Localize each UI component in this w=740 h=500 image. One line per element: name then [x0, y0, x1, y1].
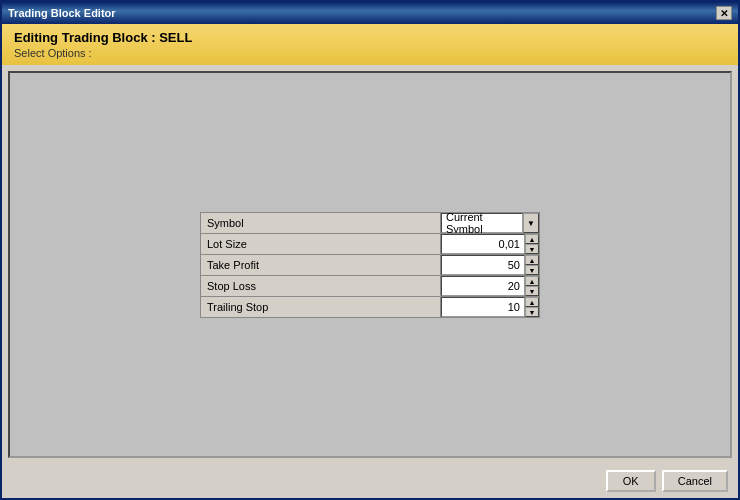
footer: OK Cancel — [2, 464, 738, 498]
form-label-1: Lot Size — [201, 234, 441, 254]
form-value-1: 0,01▲▼ — [441, 234, 539, 254]
form-row-0: SymbolCurrent Symbol▼ — [200, 212, 540, 234]
spinner-value-1[interactable]: 0,01 — [441, 234, 525, 254]
spinner-1: 0,01▲▼ — [441, 234, 539, 254]
form-value-0: Current Symbol▼ — [441, 213, 539, 233]
form-label-4: Trailing Stop — [201, 297, 441, 317]
spinner-buttons-2: ▲▼ — [525, 255, 539, 275]
form-row-1: Lot Size0,01▲▼ — [200, 233, 540, 255]
form-value-4: 10▲▼ — [441, 297, 539, 317]
form-label-3: Stop Loss — [201, 276, 441, 296]
form-value-2: 50▲▼ — [441, 255, 539, 275]
spinner-up-button-1[interactable]: ▲ — [525, 234, 539, 244]
spinner-buttons-1: ▲▼ — [525, 234, 539, 254]
form-row-2: Take Profit50▲▼ — [200, 254, 540, 276]
cancel-button[interactable]: Cancel — [662, 470, 728, 492]
spinner-value-3[interactable]: 20 — [441, 276, 525, 296]
header-subtitle: Select Options : — [14, 47, 726, 59]
spinner-up-button-4[interactable]: ▲ — [525, 297, 539, 307]
form-label-2: Take Profit — [201, 255, 441, 275]
spinner-3: 20▲▼ — [441, 276, 539, 296]
spinner-2: 50▲▼ — [441, 255, 539, 275]
main-content: SymbolCurrent Symbol▼Lot Size0,01▲▼Take … — [8, 71, 732, 458]
spinner-buttons-4: ▲▼ — [525, 297, 539, 317]
spinner-down-button-4[interactable]: ▼ — [525, 307, 539, 317]
spinner-value-2[interactable]: 50 — [441, 255, 525, 275]
title-bar: Trading Block Editor ✕ — [2, 2, 738, 24]
dropdown-0[interactable]: Current Symbol▼ — [441, 213, 539, 233]
header-title: Editing Trading Block : SELL — [14, 30, 726, 45]
spinner-down-button-1[interactable]: ▼ — [525, 244, 539, 254]
window-title: Trading Block Editor — [8, 7, 116, 19]
form-row-4: Trailing Stop10▲▼ — [200, 296, 540, 318]
spinner-down-button-3[interactable]: ▼ — [525, 286, 539, 296]
form-label-0: Symbol — [201, 213, 441, 233]
trading-block-editor-window: Trading Block Editor ✕ Editing Trading B… — [0, 0, 740, 500]
form-row-3: Stop Loss20▲▼ — [200, 275, 540, 297]
spinner-down-button-2[interactable]: ▼ — [525, 265, 539, 275]
dropdown-arrow-icon-0[interactable]: ▼ — [523, 213, 539, 233]
ok-button[interactable]: OK — [606, 470, 656, 492]
close-button[interactable]: ✕ — [716, 6, 732, 20]
spinner-up-button-2[interactable]: ▲ — [525, 255, 539, 265]
spinner-up-button-3[interactable]: ▲ — [525, 276, 539, 286]
header-area: Editing Trading Block : SELL Select Opti… — [2, 24, 738, 65]
dropdown-value-0: Current Symbol — [441, 213, 523, 233]
spinner-value-4[interactable]: 10 — [441, 297, 525, 317]
spinner-buttons-3: ▲▼ — [525, 276, 539, 296]
form-container: SymbolCurrent Symbol▼Lot Size0,01▲▼Take … — [200, 212, 540, 317]
form-value-3: 20▲▼ — [441, 276, 539, 296]
spinner-4: 10▲▼ — [441, 297, 539, 317]
